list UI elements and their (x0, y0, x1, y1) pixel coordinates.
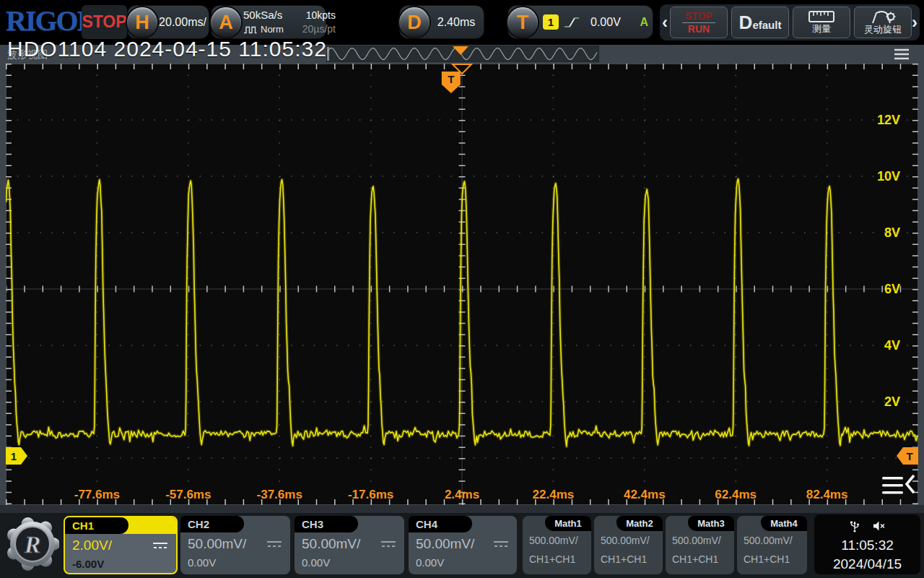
ch4-offset: 0.00V (416, 556, 444, 569)
svg-text:82.4ms: 82.4ms (806, 488, 848, 501)
clock-time: 11:05:32 (814, 538, 920, 553)
flex-knob-label: 灵动旋钮 (864, 25, 902, 35)
waveform-window-frame: 12V10V8V6V4V2V-77.6ms-57.6ms-37.6ms-17.6… (0, 64, 924, 513)
math2-expression: CH1+CH1 (601, 553, 647, 565)
math3-tab[interactable]: Math3 (688, 516, 734, 531)
trigger-sweep-mode: A (640, 16, 648, 29)
delay-value: 2.40ms (432, 6, 481, 38)
window-menu-icon[interactable] (894, 48, 910, 64)
channel-card-ch1[interactable]: CH1 2.00V/ -6.00V (64, 516, 178, 574)
svg-text:-17.6ms: -17.6ms (348, 488, 393, 501)
time-resolution: 20µs/pt (294, 23, 336, 35)
svg-text:T: T (906, 450, 912, 462)
svg-text:T: T (448, 73, 454, 85)
horizontal-scale-value: 20.00ms/ (160, 6, 206, 38)
waveform-overview-strip[interactable] (326, 46, 599, 62)
math4-tab[interactable]: Math4 (761, 516, 807, 531)
ch1-tab[interactable]: CH1 (65, 517, 128, 534)
math-card-math4[interactable]: Math4 500.00mV/ CH1+CH1 (737, 516, 807, 574)
acquisition-status-badge[interactable]: STOP (82, 5, 127, 39)
ch2-scale: 50.00mV/ (188, 536, 246, 552)
math1-tab[interactable]: Math1 (545, 516, 591, 531)
ch3-offset: 0.00V (302, 556, 330, 569)
horizontal-knob[interactable]: H (127, 7, 157, 38)
svg-text:-77.6ms: -77.6ms (74, 488, 120, 501)
graticule-area[interactable]: 12V10V8V6V4V2V-77.6ms-57.6ms-37.6ms-17.6… (6, 64, 918, 505)
ch1-scale: 2.00V/ (72, 538, 112, 553)
svg-text:2.4ms: 2.4ms (445, 488, 479, 501)
svg-text:-37.6ms: -37.6ms (257, 488, 302, 501)
svg-text:6V: 6V (884, 282, 900, 296)
usb-icon (849, 519, 860, 532)
svg-text:-57.6ms: -57.6ms (165, 488, 211, 501)
svg-text:4V: 4V (884, 338, 900, 353)
knob-gear-icon (870, 10, 896, 24)
math3-scale: 500.00mV/ (672, 535, 721, 546)
svg-text:8V: 8V (884, 225, 900, 240)
svg-text:1: 1 (11, 450, 17, 462)
math-card-math1[interactable]: Math1 500.00mV/ CH1+CH1 (523, 516, 591, 574)
math1-scale: 500.00mV/ (529, 535, 578, 546)
rigol-gear-logo[interactable]: R (6, 514, 59, 577)
math2-scale: 500.00mV/ (601, 535, 650, 546)
delay-knob[interactable]: D (399, 7, 430, 38)
trigger-level-value: 0.00V (590, 16, 621, 29)
measure-button[interactable]: 测量 (793, 7, 850, 38)
svg-text:62.4ms: 62.4ms (715, 488, 757, 501)
rising-edge-icon (563, 15, 580, 30)
math-card-math3[interactable]: Math3 500.00mV/ CH1+CH1 (666, 516, 734, 574)
overview-sine-preview (327, 46, 598, 61)
svg-text:42.4ms: 42.4ms (624, 488, 666, 501)
dc-coupling-icon (266, 540, 283, 548)
toolbar-scroll-left[interactable]: ‹ (662, 4, 668, 40)
toolbar-button-cluster: ‹ STOP RUN Default 测量 (660, 4, 920, 40)
measure-label: 测量 (812, 24, 831, 34)
horizontal-group[interactable]: H 20.00ms/ (127, 5, 209, 39)
dc-coupling-icon (380, 540, 397, 548)
channel-card-ch4[interactable]: CH4 50.00mV/ 0.00V (409, 516, 517, 574)
svg-text:12V: 12V (877, 113, 900, 127)
math2-tab[interactable]: Math2 (616, 516, 663, 531)
ch3-scale: 50.00mV/ (302, 536, 360, 552)
acquire-group[interactable]: A 50kSa/s 10kpts Norm 20µs/pt (211, 5, 326, 39)
acquire-knob[interactable]: A (211, 7, 241, 38)
ch2-offset: 0.00V (188, 556, 216, 569)
math4-scale: 500.00mV/ (744, 535, 793, 546)
oscilloscope-screen: RIGOL STOP H 20.00ms/ A 50kSa/s 10kpts N… (0, 0, 924, 578)
memory-depth: 10kpts (294, 9, 336, 21)
math-card-math2[interactable]: Math2 500.00mV/ CH1+CH1 (594, 516, 663, 574)
waveform-plot: 12V10V8V6V4V2V-77.6ms-57.6ms-37.6ms-17.6… (6, 64, 918, 505)
sample-rate: 50kSa/s (243, 9, 288, 21)
ruler-icon (808, 11, 834, 23)
delay-group[interactable]: D 2.40ms (399, 5, 484, 39)
math4-expression: CH1+CH1 (744, 553, 790, 565)
trigger-knob[interactable]: T (507, 7, 538, 38)
default-button[interactable]: Default (731, 7, 789, 38)
dc-coupling-icon (492, 540, 510, 548)
clock-panel[interactable]: 11:05:32 2024/04/15 (814, 514, 920, 574)
trigger-source-badge[interactable]: 1 (543, 14, 559, 30)
channel-card-ch2[interactable]: CH2 50.00mV/ 0.00V (180, 516, 290, 574)
math1-expression: CH1+CH1 (529, 553, 575, 565)
toolbar-scroll-right[interactable]: › (912, 4, 918, 40)
speaker-muted-icon (872, 519, 886, 532)
clock-date: 2024/04/15 (814, 556, 920, 572)
svg-text:10V: 10V (877, 169, 900, 184)
math3-expression: CH1+CH1 (672, 553, 718, 565)
svg-text:2V: 2V (884, 394, 900, 409)
ch4-tab[interactable]: CH4 (409, 516, 472, 532)
preview-trigger-marker (453, 46, 468, 55)
svg-text:R: R (24, 531, 41, 558)
ch4-scale: 50.00mV/ (416, 536, 474, 552)
flex-knob-button[interactable]: 灵动旋钮 (854, 7, 912, 38)
run-stop-button[interactable]: STOP RUN (670, 7, 728, 38)
acquire-mode: Norm (243, 24, 288, 35)
channel-card-ch3[interactable]: CH3 50.00mV/ 0.00V (295, 516, 404, 574)
pulse-wave-icon (243, 25, 258, 34)
model-datetime-title: HDO1104 2024-04-15 11:05:32 (7, 37, 327, 61)
ch2-tab[interactable]: CH2 (180, 516, 244, 532)
svg-text:22.4ms: 22.4ms (533, 488, 575, 501)
ch3-tab[interactable]: CH3 (295, 516, 358, 532)
dc-coupling-icon (152, 541, 169, 550)
trigger-group[interactable]: T 1 0.00V A (507, 5, 653, 39)
